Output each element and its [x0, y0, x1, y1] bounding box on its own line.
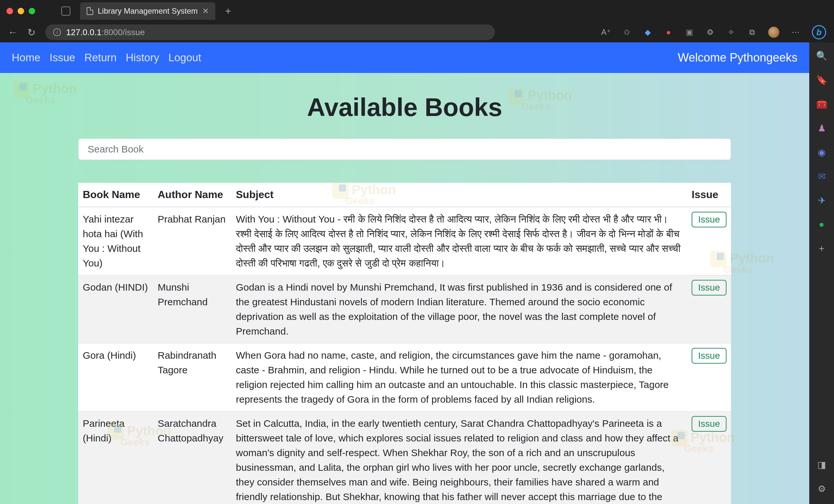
more-menu-icon[interactable]: ⋯ — [791, 28, 800, 37]
book-name-cell: Gora (Hindi) — [78, 343, 153, 412]
table-row: Godan (HINDI)Munshi PremchandGodan is a … — [78, 275, 731, 343]
issue-cell: Issue — [687, 275, 731, 343]
author-cell: Rabindranath Tagore — [153, 343, 231, 412]
subject-cell: Godan is a Hindi novel by Munshi Premcha… — [231, 275, 687, 343]
url-host: 127.0.0.1 — [66, 27, 101, 37]
favorite-icon[interactable]: ✩ — [622, 28, 631, 37]
bing-chat-icon[interactable]: b — [812, 25, 826, 39]
url-path: :8000/issue — [101, 27, 145, 37]
nav-link-logout[interactable]: Logout — [169, 51, 201, 64]
table-header-row: Book Name Author Name Subject Issue — [78, 183, 731, 207]
welcome-text: Welcome Pythongeeks — [678, 51, 797, 65]
nav-link-home[interactable]: Home — [12, 51, 40, 64]
page-icon — [87, 7, 93, 15]
shield-icon[interactable]: ◆ — [643, 28, 652, 37]
page-title: Available Books — [0, 92, 809, 122]
tab-close-icon[interactable]: ✕ — [202, 6, 209, 16]
send-icon[interactable]: ✈ — [816, 195, 827, 206]
issue-button[interactable]: Issue — [692, 212, 726, 227]
back-button[interactable]: ← — [8, 27, 18, 38]
new-tab-button[interactable]: + — [225, 5, 231, 17]
issue-button[interactable]: Issue — [692, 280, 726, 295]
table-row: Gora (Hindi)Rabindranath TagoreWhen Gora… — [78, 343, 731, 412]
spotify-icon[interactable]: ● — [816, 219, 827, 230]
book-name-cell: Parineeta (Hindi) — [78, 412, 153, 504]
author-cell: Munshi Premchand — [153, 275, 231, 343]
subject-cell: When Gora had no name, caste, and religi… — [231, 343, 687, 412]
toolbar-icons: A⁺ ✩ ◆ ● ▣ ⚙ ✧ ⧉ ⋯ b — [601, 25, 826, 39]
nav-link-issue[interactable]: Issue — [49, 51, 75, 64]
window-close-button[interactable] — [6, 8, 13, 14]
outlook-icon[interactable]: ✉ — [816, 171, 827, 182]
collections-icon[interactable]: ⧉ — [747, 28, 756, 37]
toolbox-icon[interactable]: 🧰 — [816, 98, 827, 109]
content-wrap: Book Name Author Name Subject Issue Yahi… — [0, 138, 809, 504]
browser-tab-title: Library Management System — [98, 6, 198, 16]
read-aloud-icon[interactable]: A⁺ — [601, 28, 611, 37]
office-icon[interactable]: ◉ — [816, 147, 827, 158]
extensions-menu-icon[interactable]: ⚙ — [706, 28, 715, 37]
issue-cell: Issue — [687, 207, 731, 275]
author-cell: Saratchandra Chattopadhyay — [153, 412, 231, 504]
window-maximize-button[interactable] — [29, 8, 35, 14]
col-header-issue: Issue — [687, 183, 731, 207]
book-name-cell: Godan (HINDI) — [78, 275, 153, 343]
adblock-icon[interactable]: ● — [664, 28, 673, 37]
issue-button[interactable]: Issue — [692, 416, 726, 432]
search-input[interactable] — [78, 138, 731, 160]
author-cell: Prabhat Ranjan — [153, 207, 231, 275]
tab-overview-icon[interactable] — [61, 6, 70, 16]
app-navbar: HomeIssueReturnHistoryLogout Welcome Pyt… — [0, 42, 809, 73]
shopping-tag-icon[interactable]: 🔖 — [816, 74, 827, 85]
sidebar-toggle-icon[interactable]: ◨ — [816, 459, 827, 470]
col-header-author: Author Name — [153, 183, 231, 207]
url-text: 127.0.0.1:8000/issue — [66, 27, 145, 38]
book-name-cell: Yahi intezar hota hai (With You : Withou… — [78, 207, 153, 275]
extension-icon[interactable]: ▣ — [685, 28, 694, 37]
nav-link-return[interactable]: Return — [84, 51, 117, 64]
browser-side-rail: 🔍 🔖 🧰 ♟ ◉ ✉ ✈ ● + ◨ ⚙ — [809, 42, 834, 504]
browser-chrome: Library Management System ✕ + ← ↻ i 127.… — [0, 0, 834, 42]
address-bar[interactable]: i 127.0.0.1:8000/issue — [45, 24, 495, 40]
browser-tab[interactable]: Library Management System ✕ — [80, 2, 215, 20]
table-row: Yahi intezar hota hai (With You : Withou… — [78, 207, 731, 275]
col-header-book-name: Book Name — [78, 183, 153, 207]
books-table: Book Name Author Name Subject Issue Yahi… — [78, 183, 731, 504]
col-header-subject: Subject — [231, 183, 687, 207]
issue-cell: Issue — [687, 343, 731, 412]
favorites-bar-icon[interactable]: ✧ — [726, 28, 736, 37]
site-info-icon[interactable]: i — [53, 28, 61, 36]
refresh-button[interactable]: ↻ — [27, 27, 36, 38]
window-minimize-button[interactable] — [18, 8, 24, 14]
search-rail-icon[interactable]: 🔍 — [816, 50, 827, 61]
issue-button[interactable]: Issue — [692, 348, 726, 364]
games-icon[interactable]: ♟ — [816, 123, 827, 134]
subject-cell: Set in Calcutta, India, in the early twe… — [231, 412, 687, 504]
settings-rail-icon[interactable]: ⚙ — [816, 483, 827, 494]
page-viewport: PythonGeeks PythonGeeks PythonGeeks Pyth… — [0, 42, 809, 504]
nav-link-history[interactable]: History — [126, 51, 159, 64]
subject-cell: With You : Without You - रमी के लिये निश… — [231, 207, 687, 275]
title-bar: Library Management System ✕ + — [0, 0, 834, 22]
issue-cell: Issue — [687, 412, 731, 504]
address-row: ← ↻ i 127.0.0.1:8000/issue A⁺ ✩ ◆ ● ▣ ⚙ … — [0, 22, 834, 42]
table-row: Parineeta (Hindi)Saratchandra Chattopadh… — [78, 412, 731, 504]
window-controls — [6, 8, 35, 14]
nav-links: HomeIssueReturnHistoryLogout — [12, 51, 201, 64]
profile-avatar[interactable] — [768, 27, 779, 38]
add-rail-icon[interactable]: + — [816, 243, 827, 254]
